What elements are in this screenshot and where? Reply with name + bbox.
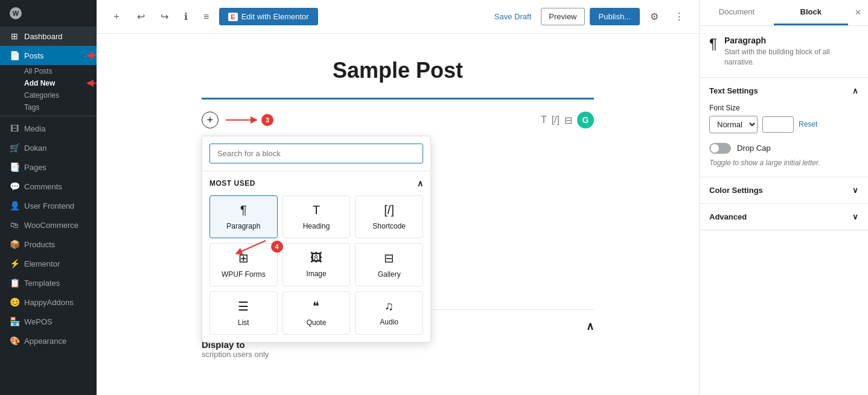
undo-icon: ↩ bbox=[137, 11, 145, 22]
sidebar-sub-categories[interactable]: Categories bbox=[0, 89, 97, 101]
sidebar-item-posts[interactable]: 📄 Posts 1 bbox=[0, 46, 97, 65]
toolbar: ＋ ↩ ↪ ℹ ≡ E Edit with Elementor Save Dra… bbox=[97, 0, 699, 34]
dashboard-icon: ⊞ bbox=[10, 31, 19, 41]
edit-with-elementor-button[interactable]: E Edit with Elementor bbox=[219, 8, 318, 25]
list-icon: ≡ bbox=[203, 11, 209, 22]
media-icon: 🎞 bbox=[10, 124, 19, 133]
sidebar-sub-all-posts[interactable]: All Posts bbox=[0, 65, 97, 77]
quote-icon: ❝ bbox=[313, 299, 319, 314]
list-view-button[interactable]: ≡ bbox=[198, 7, 214, 27]
title-underline bbox=[202, 98, 594, 100]
font-size-select[interactable]: Normal bbox=[709, 116, 758, 133]
sidebar-label-wepos: WePOS bbox=[24, 317, 53, 326]
advanced-header[interactable]: Advanced ∨ bbox=[700, 204, 868, 230]
gallery-icon: ⊟ bbox=[384, 251, 394, 265]
shortcode-icon[interactable]: [/] bbox=[552, 115, 560, 125]
sidebar-item-comments[interactable]: 💬 Comments bbox=[0, 177, 97, 196]
block-item-quote[interactable]: ❝ Quote bbox=[282, 291, 351, 335]
drop-cap-toggle[interactable] bbox=[709, 143, 731, 154]
add-block-button[interactable]: + bbox=[202, 112, 219, 128]
panel-block-info: ¶ Paragraph Start with the building bloc… bbox=[700, 26, 868, 78]
templates-icon: 📋 bbox=[10, 278, 19, 288]
tab-block[interactable]: Block bbox=[774, 0, 848, 25]
panel-close-button[interactable]: × bbox=[848, 0, 868, 25]
publish-button[interactable]: Publish... bbox=[590, 8, 640, 25]
sidebar-item-pages[interactable]: 📑 Pages bbox=[0, 157, 97, 177]
table-icon[interactable]: ⊟ bbox=[564, 115, 572, 126]
wepos-icon: 🏪 bbox=[10, 317, 19, 326]
shortcode-icon: [/] bbox=[384, 203, 394, 217]
sidebar-label-templates: Templates bbox=[24, 279, 60, 288]
info-button[interactable]: ℹ bbox=[179, 7, 193, 27]
redo-icon: ↪ bbox=[161, 11, 168, 22]
image-label: Image bbox=[306, 270, 326, 278]
elementor-icon: ⚡ bbox=[10, 259, 19, 268]
block-item-heading[interactable]: T Heading bbox=[282, 195, 351, 238]
text-format-icon[interactable]: T bbox=[541, 115, 547, 125]
block-item-wpuf-forms[interactable]: ⊞ WPUF Forms bbox=[209, 243, 278, 286]
font-size-input[interactable] bbox=[762, 116, 794, 133]
collapse-icon[interactable]: ∧ bbox=[417, 179, 424, 188]
panel-section-color-settings: Color Settings ∨ bbox=[700, 177, 868, 204]
sidebar-divider-1 bbox=[0, 116, 97, 116]
color-settings-header[interactable]: Color Settings ∨ bbox=[700, 177, 868, 203]
block-search-input[interactable] bbox=[209, 144, 423, 163]
settings-gear-button[interactable]: ⚙ bbox=[645, 7, 664, 27]
sidebar-label-user-frontend: User Frontend bbox=[24, 201, 74, 210]
font-size-reset-button[interactable]: Reset bbox=[799, 120, 817, 128]
wp-logo[interactable]: W bbox=[0, 0, 97, 27]
block-item-paragraph[interactable]: ¶ Paragraph 4 bbox=[209, 195, 278, 238]
sidebar-item-user-frontend[interactable]: 👤 User Frontend bbox=[0, 196, 97, 215]
block-item-image[interactable]: 🖼 Image bbox=[282, 243, 351, 286]
sidebar-label-pages: Pages bbox=[24, 163, 46, 172]
paragraph-icon: ¶ bbox=[240, 203, 247, 217]
grammarly-icon[interactable]: G bbox=[577, 112, 594, 128]
sidebar-sub-tags[interactable]: Tags bbox=[0, 101, 97, 113]
sidebar-label-elementor: Elementor bbox=[24, 259, 60, 268]
post-title[interactable]: Sample Post bbox=[202, 58, 594, 83]
save-draft-button[interactable]: Save Draft bbox=[490, 8, 536, 25]
undo-button[interactable]: ↩ bbox=[132, 7, 150, 27]
more-options-button[interactable]: ⋮ bbox=[669, 7, 689, 27]
text-settings-header[interactable]: Text Settings ∧ bbox=[700, 78, 868, 104]
sidebar-item-templates[interactable]: 📋 Templates bbox=[0, 273, 97, 292]
sidebar-item-appearance[interactable]: 🎨 Appearance bbox=[0, 331, 97, 350]
subscription-text: scription users only bbox=[202, 350, 594, 359]
happyaddons-icon: 😊 bbox=[10, 297, 19, 307]
sidebar-label-appearance: Appearance bbox=[24, 337, 66, 346]
add-block-toolbar-button[interactable]: ＋ bbox=[106, 6, 127, 27]
sidebar-sub-add-new[interactable]: Add New 2 bbox=[0, 77, 97, 89]
redo-button[interactable]: ↪ bbox=[155, 7, 174, 27]
block-item-shortcode[interactable]: [/] Shortcode bbox=[355, 195, 423, 238]
appearance-icon: 🎨 bbox=[10, 336, 19, 346]
sidebar-label-products: Products bbox=[24, 240, 55, 249]
annotation-3: 3 bbox=[261, 114, 273, 126]
sidebar-item-dokan[interactable]: 🛒 Dokan bbox=[0, 138, 97, 157]
sidebar-item-woocommerce[interactable]: 🛍 WooCommerce bbox=[0, 215, 97, 235]
font-size-label: Font Size bbox=[709, 104, 858, 112]
chevron-up-icon: ∧ bbox=[852, 86, 858, 95]
products-icon: 📦 bbox=[10, 239, 19, 249]
sidebar-item-happyaddons[interactable]: 😊 HappyAddons bbox=[0, 292, 97, 312]
collapse-wpuf-icon[interactable]: ∧ bbox=[586, 320, 594, 333]
block-item-audio[interactable]: ♫ Audio bbox=[355, 291, 423, 335]
block-item-list[interactable]: ☰ List bbox=[209, 291, 278, 335]
preview-button[interactable]: Preview bbox=[541, 8, 584, 25]
panel-block-text: Paragraph Start with the building block … bbox=[724, 36, 858, 68]
tab-document[interactable]: Document bbox=[700, 0, 774, 25]
drop-cap-area: Drop Cap Toggle to show a large initial … bbox=[709, 143, 858, 167]
sidebar-item-elementor[interactable]: ⚡ Elementor bbox=[0, 254, 97, 273]
sidebar-item-media[interactable]: 🎞 Media bbox=[0, 119, 97, 138]
sidebar-item-dashboard[interactable]: ⊞ Dashboard bbox=[0, 27, 97, 46]
sidebar-item-wepos[interactable]: 🏪 WePOS bbox=[0, 312, 97, 331]
comments-icon: 💬 bbox=[10, 182, 19, 191]
panel-block-desc: Start with the building block of all nar… bbox=[724, 47, 858, 68]
sidebar-label-woocommerce: WooCommerce bbox=[24, 221, 78, 230]
elementor-toolbar-icon: E bbox=[228, 13, 237, 21]
sidebar-item-products[interactable]: 📦 Products bbox=[0, 235, 97, 254]
sidebar-label-dokan: Dokan bbox=[24, 144, 47, 153]
chevron-down-advanced-icon: ∨ bbox=[852, 212, 858, 221]
block-toolbar-icons: T [/] ⊟ G bbox=[541, 112, 594, 128]
block-item-gallery[interactable]: ⊟ Gallery bbox=[355, 243, 423, 286]
heading-label: Heading bbox=[303, 222, 330, 230]
